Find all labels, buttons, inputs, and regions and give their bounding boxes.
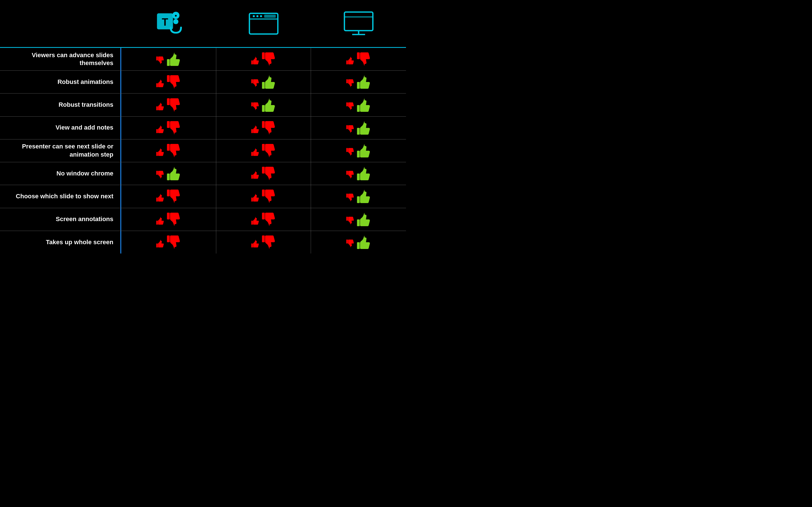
icon-cell-col3 bbox=[216, 185, 311, 208]
svg-rect-25 bbox=[346, 79, 348, 83]
svg-rect-48 bbox=[262, 167, 265, 173]
svg-rect-56 bbox=[357, 196, 360, 203]
svg-rect-41 bbox=[251, 152, 253, 156]
svg-rect-62 bbox=[357, 219, 360, 226]
svg-rect-68 bbox=[357, 242, 360, 249]
icon-cell-col3 bbox=[216, 117, 311, 139]
header-desktop bbox=[311, 0, 406, 47]
comparison-table: T ● bbox=[0, 0, 406, 253]
svg-rect-65 bbox=[251, 243, 253, 247]
svg-point-4 bbox=[173, 19, 179, 24]
svg-rect-28 bbox=[167, 98, 170, 105]
icon-cell-col2 bbox=[121, 94, 216, 116]
icon-cell-col4 bbox=[311, 162, 406, 185]
svg-rect-49 bbox=[346, 171, 348, 175]
svg-rect-60 bbox=[262, 213, 265, 219]
svg-text:●: ● bbox=[175, 13, 177, 18]
svg-rect-24 bbox=[262, 82, 265, 89]
teams-icon: T ● bbox=[153, 8, 184, 39]
row-label: Robust animations bbox=[0, 71, 121, 93]
table-row: Viewers can advance slides themselves bbox=[0, 48, 406, 71]
row-label: Viewers can advance slides themselves bbox=[0, 48, 121, 70]
svg-rect-64 bbox=[167, 235, 170, 242]
table-row: Takes up whole screen bbox=[0, 231, 406, 253]
svg-rect-47 bbox=[251, 175, 253, 179]
svg-rect-38 bbox=[357, 128, 360, 135]
table-row: Choose which slide to show next bbox=[0, 185, 406, 208]
svg-rect-10 bbox=[264, 14, 276, 17]
icon-cell-col4 bbox=[311, 231, 406, 253]
svg-rect-17 bbox=[251, 61, 253, 64]
svg-rect-55 bbox=[346, 194, 348, 198]
svg-rect-53 bbox=[251, 198, 253, 202]
icon-cell-col4 bbox=[311, 185, 406, 208]
svg-rect-32 bbox=[357, 105, 360, 112]
svg-rect-54 bbox=[262, 189, 265, 196]
svg-point-9 bbox=[260, 15, 262, 17]
svg-rect-15 bbox=[156, 57, 158, 61]
table-row: No window chrome bbox=[0, 162, 406, 185]
icon-cell-col2 bbox=[121, 231, 216, 253]
svg-rect-45 bbox=[156, 171, 158, 175]
header-row: T ● bbox=[0, 0, 406, 48]
table-row: Presenter can see next slide or animatio… bbox=[0, 139, 406, 162]
svg-point-7 bbox=[253, 15, 255, 17]
svg-rect-33 bbox=[156, 129, 158, 133]
icon-cell-col4 bbox=[311, 208, 406, 231]
svg-rect-58 bbox=[167, 213, 170, 219]
row-label: View and add notes bbox=[0, 117, 121, 139]
svg-rect-66 bbox=[262, 235, 265, 242]
table-row: Screen annotations bbox=[0, 208, 406, 231]
icon-cell-col3 bbox=[216, 71, 311, 93]
svg-rect-11 bbox=[344, 12, 373, 31]
svg-rect-19 bbox=[346, 61, 348, 64]
svg-rect-43 bbox=[346, 148, 348, 152]
icon-cell-col2 bbox=[121, 117, 216, 139]
table-row: Robust transitions bbox=[0, 94, 406, 116]
svg-rect-35 bbox=[251, 129, 253, 133]
row-label: Takes up whole screen bbox=[0, 231, 121, 253]
icon-cell-col3 bbox=[216, 162, 311, 185]
svg-rect-51 bbox=[156, 198, 158, 202]
icon-cell-col2 bbox=[121, 208, 216, 231]
svg-rect-42 bbox=[262, 144, 265, 151]
svg-rect-52 bbox=[167, 189, 170, 196]
icon-cell-col2 bbox=[121, 185, 216, 208]
icon-cell-col2 bbox=[121, 139, 216, 162]
icon-cell-col3 bbox=[216, 139, 311, 162]
svg-rect-22 bbox=[167, 75, 170, 82]
icon-cell-col3 bbox=[216, 94, 311, 116]
svg-rect-63 bbox=[156, 243, 158, 247]
svg-text:T: T bbox=[162, 16, 168, 28]
svg-rect-26 bbox=[357, 82, 360, 89]
row-label: Screen annotations bbox=[0, 208, 121, 231]
svg-rect-46 bbox=[167, 173, 170, 180]
svg-rect-59 bbox=[251, 221, 253, 224]
icon-cell-col3 bbox=[216, 231, 311, 253]
icon-cell-col4 bbox=[311, 94, 406, 116]
svg-rect-37 bbox=[346, 125, 348, 129]
svg-rect-44 bbox=[357, 151, 360, 158]
svg-rect-39 bbox=[156, 152, 158, 156]
row-label: No window chrome bbox=[0, 162, 121, 185]
svg-point-8 bbox=[256, 15, 258, 17]
header-browser bbox=[216, 0, 311, 47]
svg-rect-40 bbox=[167, 144, 170, 151]
icon-cell-col2 bbox=[121, 71, 216, 93]
svg-rect-27 bbox=[156, 106, 158, 110]
monitor-icon bbox=[343, 8, 374, 39]
row-label: Choose which slide to show next bbox=[0, 185, 121, 208]
svg-rect-31 bbox=[346, 102, 348, 106]
header-teams: T ● bbox=[121, 0, 216, 47]
row-label: Robust transitions bbox=[0, 94, 121, 116]
icon-cell-col2 bbox=[121, 48, 216, 70]
icon-cell-col4 bbox=[311, 117, 406, 139]
svg-rect-16 bbox=[167, 59, 170, 66]
svg-rect-67 bbox=[346, 239, 348, 243]
browser-icon bbox=[248, 8, 279, 39]
svg-rect-61 bbox=[346, 217, 348, 221]
svg-rect-20 bbox=[357, 52, 360, 59]
svg-rect-18 bbox=[262, 52, 265, 59]
table-row: View and add notes bbox=[0, 117, 406, 139]
svg-rect-50 bbox=[357, 173, 360, 180]
